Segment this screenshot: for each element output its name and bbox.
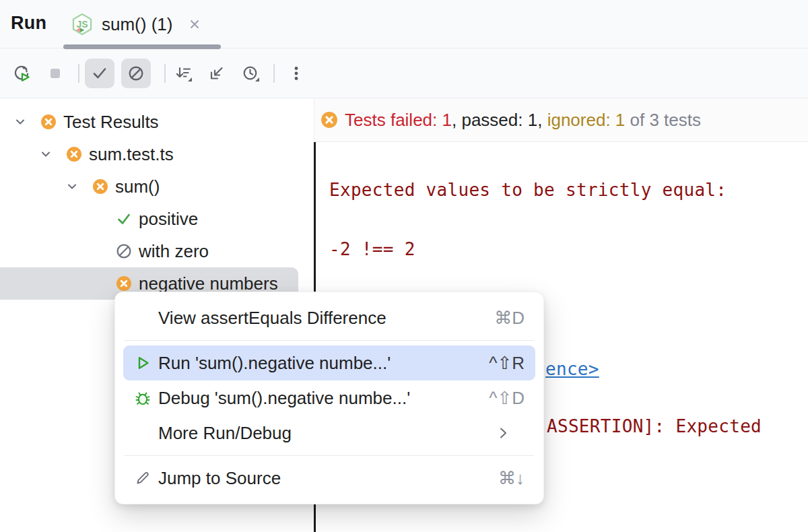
menu-item-debug-test[interactable]: Debug 'sum().negative numbe...' ^⇧D <box>123 380 535 415</box>
show-ignored-icon[interactable] <box>121 59 151 88</box>
test-failed-icon <box>92 178 108 195</box>
chevron-down-icon[interactable] <box>65 180 79 193</box>
tool-window-chrome: Run JS sum() (1) <box>0 0 808 98</box>
stop-icon[interactable] <box>46 64 65 83</box>
toolbar-separator <box>273 64 275 83</box>
tree-row-label: negative numbers <box>139 273 278 294</box>
tree-row-label: sum() <box>115 176 160 197</box>
tree-row-positive[interactable]: positive <box>0 203 314 235</box>
status-failed-count: Tests failed: 1 <box>345 110 452 130</box>
console-error-line: ASSERTION]: Expected <box>547 416 762 436</box>
menu-item-label: Run 'sum().negative numbe...' <box>158 353 489 374</box>
status-summary: Tests failed: 1, passed: 1, ignored: 1 o… <box>345 110 701 131</box>
menu-item-label: Debug 'sum().negative numbe...' <box>158 388 489 409</box>
svg-text:JS: JS <box>76 19 88 30</box>
tree-row-label: Test Results <box>63 112 159 133</box>
status-total-count: of 3 tests <box>625 110 701 130</box>
menu-item-view-difference[interactable]: View assertEquals Difference ⌘D <box>123 300 535 335</box>
test-failed-icon <box>321 111 338 129</box>
status-passed-count: , passed: 1, <box>452 110 547 130</box>
menu-item-more-run-debug[interactable]: More Run/Debug <box>123 415 535 451</box>
tree-row-label: sum.test.ts <box>89 144 174 165</box>
menu-item-jump-to-source[interactable]: Jump to Source ⌘↓ <box>123 461 535 496</box>
test-ignored-icon <box>116 243 132 259</box>
run-toolbar <box>0 49 808 98</box>
status-ignored-count: ignored: 1 <box>547 110 626 130</box>
test-status-bar: Tests failed: 1, passed: 1, ignored: 1 o… <box>314 98 808 142</box>
toolbar-separator <box>164 64 166 83</box>
menu-item-label: Jump to Source <box>158 468 498 489</box>
close-icon[interactable] <box>188 18 201 31</box>
tree-row-sum-test-ts[interactable]: sum.test.ts <box>0 138 314 170</box>
run-icon <box>134 354 152 372</box>
pencil-icon <box>134 469 152 487</box>
menu-item-shortcut: ⌘↓ <box>498 468 525 489</box>
console-error-line: Expected values to be strictly equal: <box>329 180 727 200</box>
run-tab-sum[interactable]: JS sum() (1) <box>70 8 201 40</box>
menu-item-run-test[interactable]: Run 'sum().negative numbe...' ^⇧R <box>123 345 535 380</box>
rerun-tests-icon[interactable] <box>12 64 31 83</box>
show-passed-icon[interactable] <box>85 59 114 88</box>
tree-row-test-results[interactable]: Test Results <box>0 106 314 138</box>
chevron-down-icon[interactable] <box>13 115 27 129</box>
tab-underline <box>63 44 221 49</box>
menu-item-label: View assertEquals Difference <box>158 308 494 329</box>
tool-window-title: Run <box>11 13 46 34</box>
toolbar-separator <box>78 64 79 83</box>
nodejs-test-icon: JS <box>70 12 94 36</box>
context-menu: View assertEquals Difference ⌘D Run 'sum… <box>114 292 544 504</box>
test-failed-icon <box>40 114 57 130</box>
chevron-down-icon[interactable] <box>39 147 53 161</box>
tree-row-label: with zero <box>139 241 209 262</box>
sort-tests-icon[interactable] <box>174 64 193 83</box>
tree-row-with-zero[interactable]: with zero <box>0 235 314 267</box>
test-passed-icon <box>116 211 132 227</box>
console-difference-link[interactable]: ence> <box>545 359 599 379</box>
tree-row-label: positive <box>139 209 198 230</box>
menu-separator <box>125 340 534 341</box>
tab-label: sum() (1) <box>102 14 172 35</box>
menu-item-shortcut: ^⇧R <box>489 353 525 374</box>
test-failed-icon <box>116 275 132 292</box>
menu-separator <box>125 455 534 456</box>
console-error-line: -2 !== 2 <box>329 239 415 259</box>
more-options-kebab-icon[interactable] <box>287 64 306 83</box>
test-failed-icon <box>66 146 82 162</box>
menu-item-label: More Run/Debug <box>158 423 496 444</box>
test-history-clock-icon[interactable] <box>241 64 260 83</box>
run-titlebar: Run JS sum() (1) <box>0 0 808 48</box>
debug-icon <box>134 389 152 407</box>
tree-row-sum-suite[interactable]: sum() <box>0 170 314 203</box>
navigate-down-left-icon[interactable] <box>207 64 226 83</box>
menu-item-shortcut: ⌘D <box>494 308 525 329</box>
